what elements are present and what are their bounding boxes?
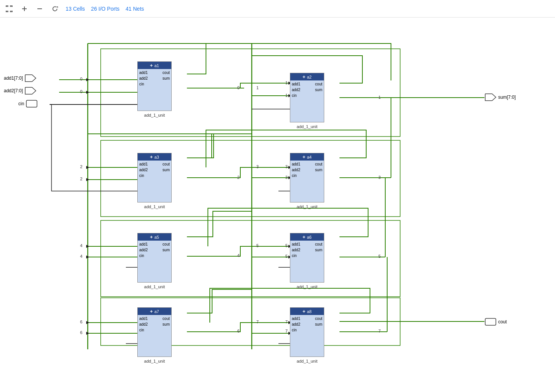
net-3c: 3 bbox=[285, 175, 288, 180]
plus-icon-a2: + bbox=[302, 74, 306, 80]
nets-stat[interactable]: 41 Nets bbox=[125, 6, 144, 12]
a4-add1-port: add1 bbox=[290, 161, 307, 167]
fit-button[interactable] bbox=[5, 4, 14, 13]
net-1a: 1 bbox=[256, 85, 259, 90]
a7-add1-port: add1 bbox=[138, 316, 154, 321]
a1-cin-port: cin bbox=[138, 81, 154, 87]
cell-a4[interactable]: + a4 add1 add2 cin cout sum add_1_unit bbox=[290, 153, 324, 202]
cell-a8[interactable]: + a8 add1 add2 cin cout sum add_1_unit bbox=[290, 307, 324, 357]
net-3b: 3 bbox=[285, 164, 288, 169]
a6-add2-port: add2 bbox=[290, 247, 307, 253]
plus-icon-a1: + bbox=[150, 63, 153, 68]
net-0a: 0 bbox=[80, 77, 82, 81]
io-ports-stat[interactable]: 26 I/O Ports bbox=[91, 6, 120, 12]
refresh-button[interactable] bbox=[50, 4, 60, 13]
plus-icon-a5: + bbox=[150, 234, 153, 240]
net-7b: 7 bbox=[285, 320, 288, 324]
add2-label: add2[7:0] bbox=[4, 88, 23, 93]
a3-sum-port: sum bbox=[154, 167, 171, 173]
a5-cout-port: cout bbox=[154, 241, 171, 247]
cell-a8-header: + a8 bbox=[290, 308, 324, 315]
a5-sum-port: sum bbox=[154, 247, 171, 253]
io-cin: cin bbox=[18, 100, 38, 108]
cell-a7-sub: add_1_unit bbox=[138, 359, 171, 363]
net-6b: 6 bbox=[80, 330, 82, 335]
a2-sum-port: sum bbox=[307, 87, 324, 93]
cell-a1-sub: add_1_unit bbox=[138, 113, 171, 117]
cell-a3-header: + a3 bbox=[138, 153, 171, 161]
cell-a5[interactable]: + a5 add1 add2 cin cout sum add_1_unit bbox=[137, 233, 172, 283]
a5-add1-port: add1 bbox=[138, 241, 154, 247]
cell-a1[interactable]: + a1 add1 add2 cin cout sum add_1_unit bbox=[137, 61, 172, 111]
add-button[interactable] bbox=[20, 4, 29, 13]
svg-marker-41 bbox=[86, 166, 89, 169]
net-6c: 6 bbox=[237, 329, 240, 333]
a1-add1-port: add1 bbox=[138, 70, 154, 76]
net-3d: 3 bbox=[378, 175, 381, 180]
a7-add2-port: add2 bbox=[138, 321, 154, 327]
net-5d: 5 bbox=[378, 254, 381, 259]
cin-label: cin bbox=[18, 101, 24, 106]
a8-add2-port: add2 bbox=[290, 321, 307, 327]
net-5a: 5 bbox=[256, 243, 259, 248]
net-7c: 7 bbox=[285, 329, 288, 333]
svg-rect-70 bbox=[485, 318, 496, 325]
net-7a: 7 bbox=[256, 320, 259, 324]
svg-marker-43 bbox=[86, 245, 89, 248]
net-0c: 0 bbox=[237, 85, 240, 90]
svg-marker-44 bbox=[86, 255, 89, 259]
svg-rect-69 bbox=[26, 100, 37, 107]
plus-icon-a3: + bbox=[150, 154, 153, 160]
a5-cin-port: cin bbox=[138, 253, 154, 259]
a6-add1-port: add1 bbox=[290, 241, 307, 247]
cell-a6-sub: add_1_unit bbox=[290, 284, 324, 289]
a2-add1-port: add1 bbox=[290, 81, 307, 87]
a2-cout-port: cout bbox=[307, 81, 324, 87]
a8-add1-port: add1 bbox=[290, 316, 307, 321]
cell-a2[interactable]: + a2 add1 add2 cin cout sum add_1_unit bbox=[290, 73, 324, 122]
cell-a5-name: a5 bbox=[154, 235, 159, 239]
cell-a1-header: + a1 bbox=[138, 62, 171, 69]
a6-sum-port: sum bbox=[307, 247, 324, 253]
cell-a7[interactable]: + a7 add1 add2 cin cout sum add_1_unit bbox=[137, 307, 172, 357]
cell-a4-sub: add_1_unit bbox=[290, 204, 324, 209]
svg-marker-45 bbox=[86, 321, 89, 324]
a4-cin-port: cin bbox=[290, 173, 307, 178]
net-1b: 1 bbox=[285, 80, 288, 85]
plus-icon-a4: + bbox=[302, 154, 306, 160]
cell-a6[interactable]: + a6 add1 add2 cin cout sum add_1_unit bbox=[290, 233, 324, 283]
svg-marker-11 bbox=[56, 6, 58, 8]
remove-button[interactable] bbox=[35, 4, 44, 13]
a8-cout-port: cout bbox=[307, 316, 324, 321]
a3-cout-port: cout bbox=[154, 161, 171, 167]
cell-a4-header: + a4 bbox=[290, 153, 324, 161]
net-0b: 0 bbox=[80, 89, 82, 94]
a3-add1-port: add1 bbox=[138, 161, 154, 167]
cell-a1-name: a1 bbox=[154, 63, 159, 68]
a3-add2-port: add2 bbox=[138, 167, 154, 173]
cell-a5-header: + a5 bbox=[138, 233, 171, 241]
svg-marker-46 bbox=[86, 332, 89, 335]
net-4c: 4 bbox=[237, 253, 240, 258]
cell-a6-name: a6 bbox=[307, 235, 312, 239]
a1-add2-port: add2 bbox=[138, 76, 154, 81]
io-cout: cout bbox=[484, 318, 508, 326]
svg-marker-39 bbox=[86, 78, 89, 81]
cell-a7-header: + a7 bbox=[138, 308, 171, 315]
net-2a: 2 bbox=[80, 164, 82, 169]
a3-cin-port: cin bbox=[138, 173, 154, 178]
a5-add2-port: add2 bbox=[138, 247, 154, 253]
cell-a4-name: a4 bbox=[307, 155, 312, 159]
cell-a5-sub: add_1_unit bbox=[138, 284, 171, 289]
schematic-canvas[interactable]: add1[7:0] add2[7:0] cin sum[7:0] cout + … bbox=[0, 18, 555, 392]
cells-stat[interactable]: 13 Cells bbox=[66, 6, 85, 12]
a7-cout-port: cout bbox=[154, 316, 171, 321]
net-1c: 1 bbox=[285, 93, 288, 98]
svg-marker-42 bbox=[86, 178, 89, 181]
a8-sum-port: sum bbox=[307, 321, 324, 327]
cell-a3[interactable]: + a3 add1 add2 cin cout sum add_1_unit bbox=[137, 153, 172, 202]
toolbar: 13 Cells 26 I/O Ports 41 Nets bbox=[0, 0, 555, 18]
cell-a8-name: a8 bbox=[307, 309, 312, 314]
cell-a2-sub: add_1_unit bbox=[290, 124, 324, 129]
a7-sum-port: sum bbox=[154, 321, 171, 327]
